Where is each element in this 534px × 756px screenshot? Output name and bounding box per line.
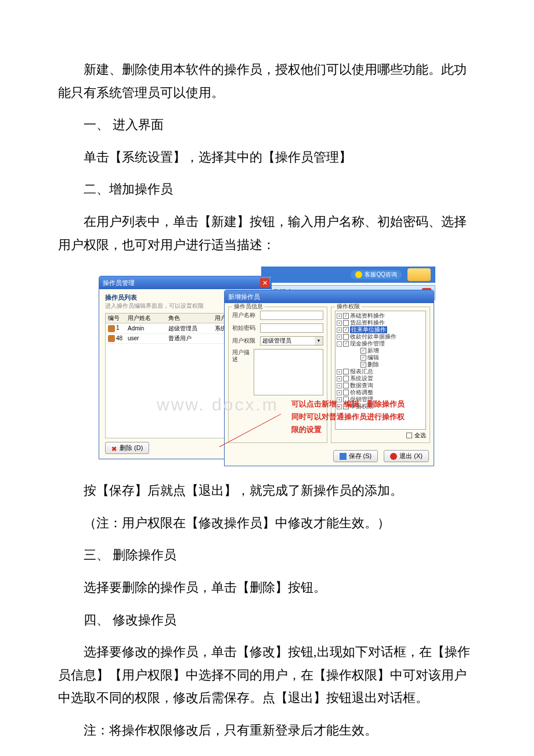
annotation-text: 限的设置 [291, 424, 322, 435]
tree-label: 报表汇总 [350, 368, 373, 375]
checkbox[interactable] [343, 327, 349, 333]
expand-icon[interactable]: + [337, 321, 342, 326]
cell: 1 [116, 325, 120, 331]
operator-info-fieldset: 操作员信息 用户名称 初始密码 用户权限 超级管理员 ▾ [228, 307, 327, 443]
qq-label: 客服QQ咨询 [365, 271, 397, 278]
checkbox[interactable] [343, 334, 349, 340]
tree-label: 删除 [367, 361, 379, 368]
tree-label: 系统设置 [350, 375, 373, 382]
cell: user [125, 334, 166, 343]
tree-item[interactable]: +基础资料操作 [337, 312, 424, 319]
expand-icon[interactable]: + [337, 376, 342, 381]
tree-label: 收款付款单据操作 [350, 333, 396, 340]
checkbox[interactable] [360, 348, 366, 354]
new-operator-dialog: 新增操作员 操作员信息 用户名称 初始密码 用户权限 [224, 290, 434, 466]
tree-item[interactable]: -现金操作管理 [337, 340, 424, 347]
heading: （二） 数据初始化 [58, 751, 476, 757]
label-description: 用户描述 [232, 349, 254, 363]
paragraph: 按【保存】后就点【退出】，就完成了新操作员的添加。 [58, 479, 476, 502]
tree-item[interactable]: 编辑 [337, 354, 424, 361]
paragraph: 选择要删除的操作员，单击【删除】按钮。 [58, 576, 476, 599]
heading: 四、 修改操作员 [58, 609, 476, 632]
tree-item[interactable]: +往来单位操作 [337, 326, 424, 333]
cell: 超级管理员 [166, 324, 212, 333]
password-input[interactable] [260, 323, 323, 333]
tree-label: 往来单位操作 [350, 326, 387, 333]
button-label: 删除 (D) [120, 444, 143, 452]
tree-item[interactable]: +报表汇总 [337, 368, 424, 375]
button-label: 退出 (X) [399, 452, 423, 460]
delete-button[interactable]: ✖ 删除 (D) [105, 442, 149, 454]
paragraph: 注：将操作权限修改后，只有重新登录后才能生效。 [58, 719, 476, 742]
time-pill [407, 268, 431, 281]
expand-icon[interactable]: + [337, 327, 342, 333]
label-password: 初始密码 [232, 325, 260, 332]
tree-label: 数据查询 [350, 382, 373, 389]
tree-label: 基础资料操作 [350, 312, 385, 319]
button-label: 保存 (S) [349, 452, 372, 460]
combo-value: 超级管理员 [262, 337, 291, 344]
paragraph: 新建、删除使用本软件的操作员，授权他们可以使用哪些功能。此功能只有系统管理员可以… [58, 58, 476, 104]
close-icon[interactable]: ✕ [260, 278, 269, 287]
cell: 普通用户 [166, 334, 212, 343]
paragraph: 单击【系统设置】，选择其中的【操作员管理】 [58, 146, 476, 169]
expand-icon[interactable]: + [337, 369, 342, 375]
tree-item[interactable]: 新增 [337, 347, 424, 354]
tree-label: 编辑 [367, 354, 379, 361]
exit-icon [390, 453, 397, 460]
col-name: 用户姓名 [125, 314, 166, 323]
tree-item[interactable]: +价格调整 [337, 389, 424, 396]
tree-item[interactable]: +数据查询 [337, 382, 424, 389]
chevron-down-icon: ▾ [315, 337, 323, 345]
label-permission: 用户权限 [232, 337, 260, 344]
username-input[interactable] [260, 311, 323, 320]
embedded-screenshot: 客服QQ咨询 进货报表 ✕ 操作员管理 ✕ 操作员列表 进入操作员编辑界面后，可… [99, 267, 435, 469]
annotation-text: 同时可以对普通操作员进行操作权 [291, 412, 405, 422]
expand-icon[interactable]: + [337, 334, 342, 340]
checkbox[interactable] [343, 383, 349, 388]
qq-service-button[interactable]: 客服QQ咨询 [351, 270, 402, 279]
fieldset-legend: 操作权限 [335, 303, 362, 310]
checkbox[interactable] [343, 390, 349, 395]
tree-item[interactable]: +货品资料操作 [337, 319, 424, 326]
expand-icon[interactable]: + [337, 314, 342, 319]
window-title: 操作员管理 [103, 279, 135, 287]
tree-label: 货品资料操作 [350, 319, 385, 326]
window-titlebar: 操作员管理 ✕ [99, 276, 271, 289]
checkbox[interactable] [343, 376, 349, 381]
expand-icon[interactable]: + [337, 390, 342, 395]
paragraph: 在用户列表中，单击【新建】按钮，输入用户名称、初始密码、选择用户权限，也可对用户… [58, 210, 476, 256]
tree-label: 现金操作管理 [350, 340, 385, 347]
cell: 48 [116, 335, 122, 341]
save-icon [340, 453, 347, 460]
checkbox[interactable] [360, 355, 366, 361]
select-all-checkbox[interactable] [406, 433, 412, 438]
expand-icon[interactable]: - [337, 341, 342, 347]
description-textarea[interactable] [254, 349, 323, 395]
permission-combobox[interactable]: 超级管理员 ▾ [260, 336, 323, 345]
checkbox[interactable] [343, 320, 349, 326]
expand-icon[interactable]: + [337, 383, 342, 388]
checkbox[interactable] [343, 341, 349, 347]
dialog-titlebar: 新增操作员 [225, 290, 434, 303]
cell: Admin [125, 324, 166, 333]
delete-icon: ✖ [111, 445, 117, 451]
heading: 一、 进入界面 [58, 113, 476, 136]
tree-item[interactable]: +系统设置 [337, 375, 424, 382]
paragraph: 选择要修改的操作员，单击【修改】按钮,出现如下对话框，在【操作员信息】【用户权限… [58, 640, 476, 710]
heading: 二、增加操作员 [58, 178, 476, 201]
col-id: 编号 [106, 314, 125, 323]
tree-item[interactable]: 删除 [337, 361, 424, 368]
fieldset-legend: 操作员信息 [232, 303, 265, 310]
label-username: 用户名称 [232, 312, 260, 319]
checkbox[interactable] [360, 362, 366, 368]
tree-label: 新增 [367, 347, 379, 354]
checkbox[interactable] [343, 313, 349, 319]
tree-item[interactable]: +收款付款单据操作 [337, 333, 424, 340]
exit-button[interactable]: 退出 (X) [384, 450, 429, 462]
save-button[interactable]: 保存 (S) [333, 450, 378, 462]
tree-label: 价格调整 [350, 389, 373, 396]
qq-icon [355, 271, 362, 278]
col-role: 角色 [166, 314, 212, 323]
checkbox[interactable] [343, 369, 349, 375]
